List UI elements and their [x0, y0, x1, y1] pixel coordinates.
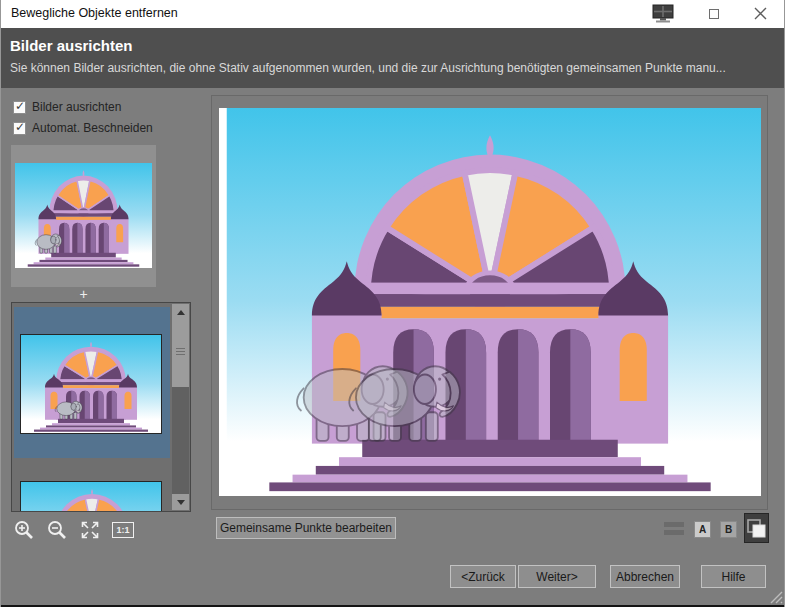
maximize-button[interactable]	[697, 0, 731, 27]
checkbox-box[interactable]: ✓	[13, 101, 26, 114]
scroll-down-button[interactable]	[172, 494, 189, 510]
list-item[interactable]	[14, 481, 170, 512]
checkbox-label: Bilder ausrichten	[32, 100, 121, 114]
titlebar: Bewegliche Objekte entfernen	[1, 0, 784, 28]
arrow-up-icon	[177, 310, 185, 315]
overlay-squares-icon	[746, 518, 767, 539]
list-item-selected[interactable]	[14, 307, 170, 458]
wizard-step-header: Bilder ausrichten Sie können Bilder ausr…	[1, 28, 784, 88]
arrow-down-icon	[177, 500, 185, 505]
resize-grip[interactable]	[768, 589, 783, 604]
help-button[interactable]: Hilfe	[701, 565, 766, 588]
checkmark-icon: ✓	[15, 120, 25, 134]
step-title: Bilder ausrichten	[10, 37, 133, 54]
scrollbar-thumb[interactable]	[172, 320, 189, 387]
scrollbar-grip-icon	[176, 348, 185, 356]
step-description: Sie können Bilder ausrichten, die ohne S…	[10, 61, 726, 75]
scroll-up-button[interactable]	[172, 304, 189, 320]
back-button[interactable]: <Zurück	[450, 565, 516, 588]
next-button[interactable]: Weiter>	[518, 565, 596, 588]
reference-thumbnail-image	[15, 163, 152, 268]
zoom-out-button[interactable]	[46, 519, 68, 541]
overlay-preview-image	[219, 108, 761, 496]
checkmark-icon: ✓	[15, 99, 25, 113]
list-item-image[interactable]	[20, 481, 162, 511]
dialog-window: Bewegliche Objekte entfernen Bilder ausr…	[0, 0, 785, 607]
view-image-a-button[interactable]: A	[694, 521, 711, 538]
zoom-in-icon	[14, 520, 35, 541]
checkbox-label: Automat. Beschneiden	[32, 121, 153, 135]
split-view-icon	[664, 522, 684, 536]
scrollbar[interactable]	[172, 304, 189, 510]
preview-panel	[211, 95, 768, 510]
edit-common-points-button[interactable]: Gemeinsame Punkte bearbeiten	[216, 517, 396, 539]
zoom-out-icon	[47, 520, 68, 541]
zoom-in-button[interactable]	[13, 519, 35, 541]
zoom-fit-button[interactable]	[79, 519, 101, 541]
zoom-toolbar: 1:1	[13, 519, 134, 541]
maximize-icon	[709, 9, 719, 19]
preview-photo	[219, 108, 761, 496]
checkbox-automat-beschneiden[interactable]: ✓ Automat. Beschneiden	[13, 121, 153, 135]
list-item-image[interactable]	[20, 334, 162, 434]
cancel-button[interactable]: Abbrechen	[610, 565, 680, 588]
checkbox-box[interactable]: ✓	[13, 122, 26, 135]
close-button[interactable]	[743, 0, 777, 27]
view-image-b-button[interactable]: B	[720, 521, 737, 538]
zoom-fit-icon	[81, 521, 99, 539]
view-overlay-button[interactable]	[744, 513, 769, 543]
zoom-actual-size-button[interactable]: 1:1	[112, 519, 134, 541]
one-to-one-icon: 1:1	[112, 522, 133, 538]
source-image-list[interactable]	[11, 302, 191, 512]
window-title: Bewegliche Objekte entfernen	[11, 6, 178, 20]
plus-separator: +	[11, 286, 156, 302]
close-icon	[754, 7, 767, 20]
second-monitor-icon[interactable]	[651, 4, 675, 24]
reference-thumbnail	[11, 145, 156, 287]
checkbox-bilder-ausrichten[interactable]: ✓ Bilder ausrichten	[13, 100, 121, 114]
